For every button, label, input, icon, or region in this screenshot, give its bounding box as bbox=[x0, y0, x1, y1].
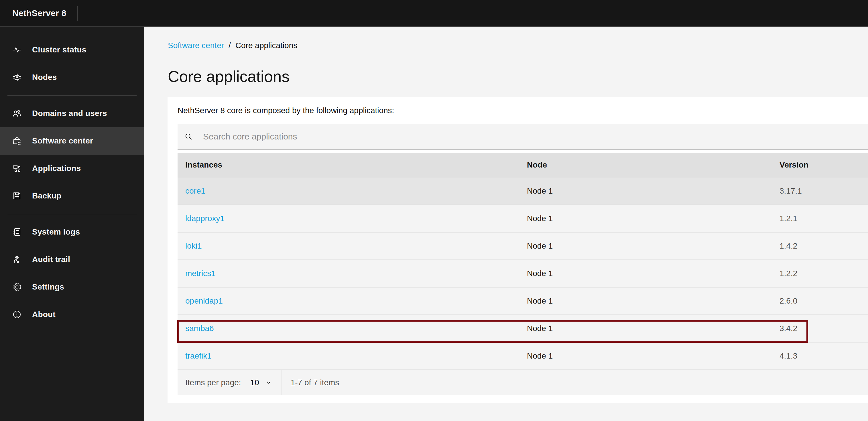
group-icon bbox=[12, 109, 22, 118]
breadcrumb-separator: / bbox=[228, 41, 231, 50]
breadcrumb: Software center/Core applications bbox=[168, 41, 297, 50]
pagination-bar: Items per page: 10 1-7 of 7 items bbox=[178, 369, 868, 395]
sidebar-item-applications[interactable]: Applications bbox=[0, 155, 144, 182]
version-cell: 1.2.1 bbox=[772, 214, 868, 223]
chip-icon bbox=[12, 73, 22, 82]
node-cell: Node 1 bbox=[519, 352, 772, 361]
breadcrumb-current: Core applications bbox=[236, 41, 297, 50]
version-cell: 3.17.1 bbox=[772, 186, 868, 196]
pagination-range: 1-7 of 7 items bbox=[291, 378, 339, 387]
sidebar-item-cluster-status[interactable]: Cluster status bbox=[0, 36, 144, 64]
chevron-down-icon bbox=[265, 379, 272, 386]
sidebar-item-nodes[interactable]: Nodes bbox=[0, 64, 144, 91]
table-row[interactable]: traefik1 Node 1 4.1.3 bbox=[178, 342, 868, 369]
sidebar-item-label: Audit trail bbox=[32, 255, 70, 264]
version-cell: 1.2.2 bbox=[772, 269, 868, 278]
version-cell: 4.1.3 bbox=[772, 352, 868, 361]
items-per-page-select[interactable]: 10 bbox=[250, 370, 272, 395]
search-icon bbox=[184, 132, 193, 141]
node-cell: Node 1 bbox=[519, 296, 772, 306]
table-row[interactable]: ldapproxy1 Node 1 1.2.1 bbox=[178, 205, 868, 232]
sidebar: Cluster status Nodes Domains and users S… bbox=[0, 27, 144, 421]
version-cell: 3.4.2 bbox=[772, 324, 868, 333]
node-cell: Node 1 bbox=[519, 324, 772, 333]
search-input[interactable] bbox=[203, 132, 868, 142]
instance-link-loki1[interactable]: loki1 bbox=[185, 241, 202, 250]
gear-icon bbox=[12, 282, 22, 292]
table-row[interactable]: core1 Node 1 3.17.1 bbox=[178, 177, 868, 205]
instance-link-samba6[interactable]: samba6 bbox=[185, 324, 214, 333]
sidebar-item-about[interactable]: About bbox=[0, 301, 144, 328]
version-cell: 1.4.2 bbox=[772, 241, 868, 250]
table-header-row: Instances Node Version bbox=[178, 153, 868, 177]
catalog-icon bbox=[12, 228, 22, 237]
audit-officer-icon bbox=[12, 255, 22, 264]
pagination-divider bbox=[281, 370, 282, 395]
sidebar-item-label: System logs bbox=[32, 228, 80, 237]
core-applications-card: NethServer 8 core is composed by the fol… bbox=[167, 97, 868, 403]
version-cell: 2.6.0 bbox=[772, 296, 868, 306]
instance-link-core1[interactable]: core1 bbox=[185, 186, 205, 195]
sidebar-item-label: Domains and users bbox=[32, 109, 107, 118]
sidebar-item-label: Nodes bbox=[32, 73, 57, 82]
instances-table: Instances Node Version core1 Node 1 3.17… bbox=[178, 153, 868, 369]
breadcrumb-link-software-center[interactable]: Software center bbox=[168, 41, 224, 50]
table-row-samba6[interactable]: samba6 Node 1 3.4.2 bbox=[178, 314, 868, 342]
sidebar-item-software-center[interactable]: Software center bbox=[0, 127, 144, 155]
instance-link-traefik1[interactable]: traefik1 bbox=[185, 352, 212, 360]
node-cell: Node 1 bbox=[519, 214, 772, 223]
column-header-version: Version bbox=[772, 160, 868, 170]
node-cell: Node 1 bbox=[519, 269, 772, 278]
sidebar-item-settings[interactable]: Settings bbox=[0, 273, 144, 301]
column-header-node: Node bbox=[519, 160, 772, 170]
apps-grid-icon bbox=[12, 164, 22, 173]
items-per-page-value: 10 bbox=[250, 378, 259, 387]
instance-link-metrics1[interactable]: metrics1 bbox=[185, 269, 216, 278]
items-per-page-label: Items per page: bbox=[185, 378, 241, 387]
main-content: Software center/Core applications Core a… bbox=[144, 27, 868, 421]
save-icon bbox=[12, 191, 22, 201]
sidebar-item-audit-trail[interactable]: Audit trail bbox=[0, 246, 144, 273]
card-description: NethServer 8 core is composed by the fol… bbox=[167, 97, 868, 115]
sidebar-item-label: About bbox=[32, 310, 56, 319]
table-row[interactable]: metrics1 Node 1 1.2.2 bbox=[178, 260, 868, 287]
instance-link-ldapproxy1[interactable]: ldapproxy1 bbox=[185, 214, 224, 223]
sidebar-item-system-logs[interactable]: System logs bbox=[0, 218, 144, 246]
sidebar-item-backup[interactable]: Backup bbox=[0, 182, 144, 210]
sidebar-divider bbox=[7, 214, 136, 214]
table-row[interactable]: openldap1 Node 1 2.6.0 bbox=[178, 287, 868, 314]
top-header: NethServer 8 bbox=[0, 0, 868, 27]
activity-icon bbox=[12, 45, 22, 54]
sidebar-item-label: Applications bbox=[32, 164, 81, 173]
search-bar bbox=[178, 124, 868, 150]
node-cell: Node 1 bbox=[519, 186, 772, 196]
sidebar-item-label: Cluster status bbox=[32, 45, 87, 54]
table-row[interactable]: loki1 Node 1 1.4.2 bbox=[178, 232, 868, 260]
node-cell: Node 1 bbox=[519, 241, 772, 250]
sidebar-item-label: Software center bbox=[32, 136, 93, 146]
info-icon bbox=[12, 310, 22, 319]
instance-link-openldap1[interactable]: openldap1 bbox=[185, 296, 223, 305]
sidebar-divider bbox=[7, 95, 136, 96]
app-title: NethServer 8 bbox=[12, 8, 66, 18]
sidebar-item-domains-and-users[interactable]: Domains and users bbox=[0, 100, 144, 127]
sidebar-item-label: Settings bbox=[32, 282, 64, 292]
sidebar-item-label: Backup bbox=[32, 191, 61, 201]
header-divider bbox=[77, 6, 78, 21]
column-header-instances: Instances bbox=[178, 160, 519, 170]
software-bag-icon bbox=[12, 136, 22, 146]
page-title: Core applications bbox=[168, 67, 289, 86]
